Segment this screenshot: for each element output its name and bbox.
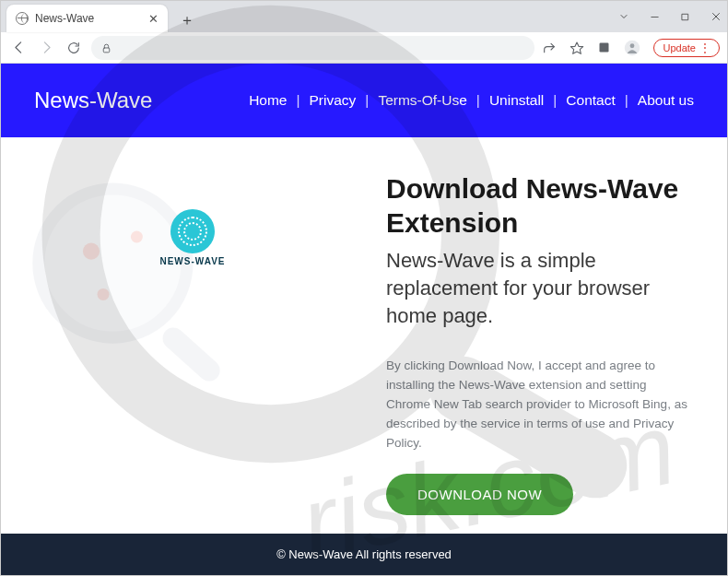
close-tab-icon[interactable]: ✕ (148, 13, 159, 25)
close-window-icon[interactable] (710, 11, 722, 22)
update-label: Update (663, 42, 696, 53)
lock-icon (100, 41, 112, 53)
nav-home[interactable]: Home (249, 92, 287, 109)
legal-disclaimer: By clicking Download Now, I accept and a… (386, 357, 692, 453)
fingerprint-icon (170, 209, 215, 253)
browser-toolbar: Update ⋮ (1, 32, 727, 64)
svg-rect-17 (159, 323, 225, 386)
share-icon[interactable] (542, 41, 557, 55)
bookmark-star-icon[interactable] (569, 41, 584, 55)
nav-terms[interactable]: Terms-Of-Use (378, 92, 466, 109)
chevron-down-icon[interactable] (618, 11, 629, 22)
svg-rect-7 (103, 48, 110, 53)
back-button[interactable] (8, 38, 29, 58)
maximize-icon[interactable] (680, 12, 690, 22)
primary-nav: Home| Privacy| Terms-Of-Use| Uninstall| … (249, 92, 694, 109)
reload-button[interactable] (64, 38, 84, 58)
kebab-menu-icon: ⋮ (699, 42, 711, 53)
browser-tab[interactable]: News-Wave ✕ (6, 5, 168, 32)
product-logo: NEWS-WAVE (159, 209, 225, 266)
hero-subheading: News-Wave is a simple replacement for yo… (386, 247, 692, 329)
magnifier-graphic (19, 165, 259, 405)
globe-icon (16, 12, 29, 25)
svg-rect-4 (682, 14, 687, 19)
update-button[interactable]: Update ⋮ (653, 39, 720, 57)
forward-button[interactable] (36, 38, 56, 58)
footer-copyright: © News-Wave All rights reserved (276, 547, 452, 561)
tab-title: News-Wave (35, 12, 142, 25)
site-footer: © News-Wave All rights reserved (1, 534, 727, 575)
svg-marker-8 (570, 42, 582, 53)
svg-rect-9 (599, 43, 608, 53)
hero-heading: Download News-Wave Extension (386, 172, 692, 240)
extensions-icon[interactable] (597, 41, 611, 54)
site-header: News-Wave Home| Privacy| Terms-Of-Use| U… (1, 64, 727, 137)
svg-point-14 (83, 243, 100, 260)
new-tab-button[interactable]: ＋ (175, 8, 199, 32)
logo-caption: NEWS-WAVE (159, 256, 225, 266)
nav-uninstall[interactable]: Uninstall (489, 92, 544, 109)
address-bar[interactable] (91, 36, 534, 60)
download-now-button[interactable]: DOWNLOAD NOW (386, 474, 573, 515)
profile-avatar-icon[interactable] (624, 40, 640, 56)
hero-illustration: NEWS-WAVE (36, 172, 349, 534)
browser-tabbar: News-Wave ✕ ＋ (1, 1, 727, 32)
nav-privacy[interactable]: Privacy (310, 92, 357, 109)
nav-about[interactable]: About us (638, 92, 694, 109)
minimize-icon[interactable] (650, 12, 660, 22)
nav-contact[interactable]: Contact (566, 92, 615, 109)
svg-point-11 (629, 43, 634, 48)
site-brand: News-Wave (34, 88, 152, 113)
svg-point-16 (98, 288, 110, 300)
svg-point-15 (131, 231, 143, 243)
